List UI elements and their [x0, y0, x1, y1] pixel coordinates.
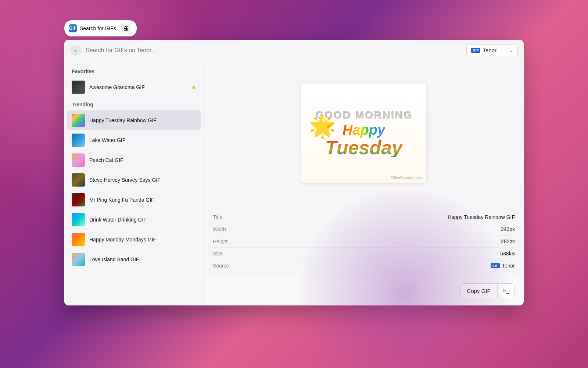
right-panel: 🌟 GOOD MORNING Happy Tuesday GlitterBoom… — [204, 61, 524, 305]
list-item[interactable]: Happy Monday Mondays GIF — [64, 230, 204, 250]
detail-label-size: Size — [213, 251, 223, 256]
detail-value-title: Happy Tuesday Rainbow GIF — [448, 214, 515, 220]
source-name: Tenor — [483, 47, 497, 53]
detail-value-source: GIF Tenor — [491, 263, 515, 269]
item-thumbnail — [72, 173, 85, 187]
item-label: Happy Tuesday Rainbow GIF — [89, 117, 196, 123]
detail-label-title: Title — [213, 214, 222, 220]
item-thumbnail — [72, 233, 85, 246]
item-thumbnail — [72, 153, 85, 167]
detail-value-height: 282px — [501, 238, 515, 244]
item-label: Mr Ping Kung Fu Panda GIF — [89, 197, 196, 203]
trending-section: Trending Happy Tuesday Rainbow GIF Lake … — [64, 100, 204, 269]
list-item[interactable]: Lake Water GIF — [64, 130, 204, 150]
gif-badge: GIF — [471, 48, 480, 53]
source-value-text: Tenor — [502, 263, 515, 269]
detail-value-size: 538kB — [500, 251, 515, 256]
detail-label-height: Height — [213, 238, 227, 244]
left-panel: Favorites Awesome Grandma GIF ★ Trending… — [64, 61, 204, 305]
source-dropdown-left: GIF Tenor — [471, 47, 496, 53]
actions-row: Copy GIF >_ — [204, 277, 524, 305]
favorites-header: Favorites — [64, 67, 204, 77]
item-label: Drink Water Drinking GIF — [89, 217, 196, 223]
detail-row-source: Source GIF Tenor — [213, 260, 515, 272]
chevron-down-icon: ⌄ — [509, 48, 513, 53]
copy-gif-button[interactable]: Copy GIF >_ — [460, 283, 515, 298]
detail-row-height: Height 282px — [213, 236, 515, 248]
detail-row-width: Width 340px — [213, 223, 515, 236]
item-thumbnail — [72, 253, 85, 266]
item-thumbnail — [72, 193, 85, 206]
item-label: Love Island Sand GIF — [89, 256, 196, 262]
list-item[interactable]: Love Island Sand GIF — [64, 250, 204, 269]
gif-preview-area: 🌟 GOOD MORNING Happy Tuesday GlitterBoom… — [204, 61, 524, 205]
item-label: Happy Monday Mondays GIF — [89, 237, 196, 243]
list-item[interactable]: Steve Harvey Survey Says GIF — [64, 170, 204, 190]
main-window: ‹ GIF Tenor ⌄ Favorites Awesome Grandma … — [64, 40, 524, 305]
title-bar: GIF Search for GIFs 🖨 — [64, 20, 137, 36]
copy-gif-label: Copy GIF — [460, 284, 498, 298]
item-thumbnail — [72, 81, 85, 94]
list-item[interactable]: Happy Tuesday Rainbow GIF — [67, 110, 201, 130]
back-button[interactable]: ‹ — [70, 45, 81, 56]
app-icon: GIF — [69, 24, 77, 32]
gif-text-tuesday: Tuesday — [325, 138, 402, 157]
source-gif-badge: GIF — [491, 263, 500, 268]
star-decoration: 🌟 — [309, 113, 336, 139]
search-input[interactable] — [86, 46, 462, 55]
detail-label-source: Source — [213, 263, 229, 269]
list-item[interactable]: Peach Cat GIF — [64, 150, 204, 170]
detail-label-width: Width — [213, 226, 226, 232]
item-thumbnail — [72, 114, 85, 127]
gif-preview-image: 🌟 GOOD MORNING Happy Tuesday GlitterBoom… — [301, 84, 426, 183]
details-area: Title Happy Tuesday Rainbow GIF Width 34… — [204, 205, 524, 277]
list-item[interactable]: Mr Ping Kung Fu Panda GIF — [64, 190, 204, 210]
detail-row-title: Title Happy Tuesday Rainbow GIF — [213, 211, 515, 223]
item-thumbnail — [72, 213, 85, 226]
item-label: Lake Water GIF — [89, 137, 196, 143]
search-bar: ‹ GIF Tenor ⌄ — [64, 40, 524, 61]
detail-row-size: Size 538kB — [213, 248, 515, 260]
copy-gif-icon: >_ — [498, 284, 514, 298]
source-dropdown[interactable]: GIF Tenor ⌄ — [466, 44, 518, 56]
gif-watermark: GlitterBoomskit.com — [391, 176, 423, 180]
gif-text-happy: Happy — [343, 122, 385, 138]
favorites-section: Favorites Awesome Grandma GIF ★ — [64, 67, 204, 97]
item-label: Awesome Grandma GIF — [89, 84, 187, 90]
item-label: Peach Cat GIF — [89, 157, 196, 163]
star-icon: ★ — [191, 84, 196, 91]
trending-header: Trending — [64, 100, 204, 110]
item-label: Steve Harvey Survey Says GIF — [89, 177, 196, 183]
print-button[interactable]: 🖨 — [121, 23, 131, 33]
content-area: Favorites Awesome Grandma GIF ★ Trending… — [64, 61, 524, 305]
window-title: Search for GIFs — [80, 25, 116, 31]
list-item[interactable]: Drink Water Drinking GIF — [64, 210, 204, 230]
gif-preview-container: 🌟 GOOD MORNING Happy Tuesday GlitterBoom… — [301, 84, 426, 183]
search-input-wrap — [86, 46, 462, 55]
detail-value-width: 340px — [501, 226, 515, 232]
list-item[interactable]: Awesome Grandma GIF ★ — [64, 77, 204, 97]
item-thumbnail — [72, 134, 85, 147]
